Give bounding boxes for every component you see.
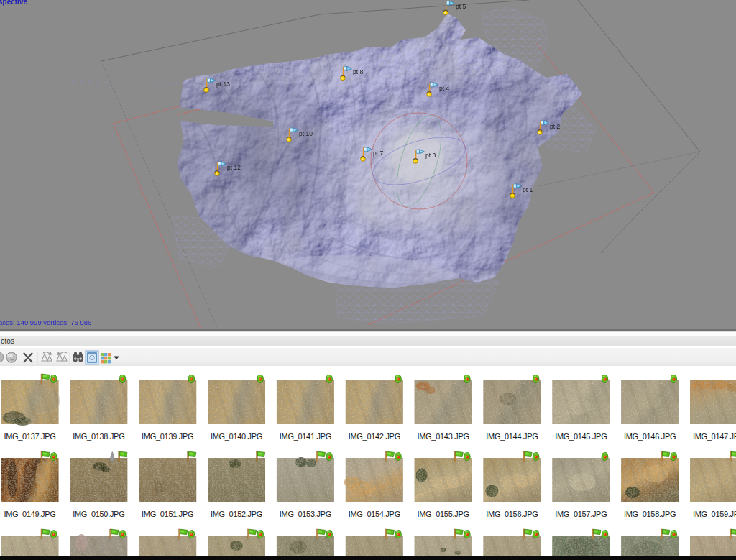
svg-text:pt 5: pt 5 <box>456 3 466 10</box>
svg-text:pt 1: pt 1 <box>523 186 533 193</box>
svg-text:pt 12: pt 12 <box>227 164 241 171</box>
svg-text:pt 13: pt 13 <box>216 81 230 88</box>
svg-text:pt 3: pt 3 <box>426 152 436 159</box>
svg-text:pt 8: pt 8 <box>353 68 363 75</box>
svg-text:pt 7: pt 7 <box>373 150 383 157</box>
svg-text:pt 10: pt 10 <box>299 130 313 137</box>
svg-text:aces: 149 999 vertices: 76 986: aces: 149 999 vertices: 76 986 <box>0 318 91 326</box>
svg-text:spective: spective <box>0 0 27 6</box>
svg-text:pt 4: pt 4 <box>439 85 449 92</box>
svg-text:pt 2: pt 2 <box>550 123 560 130</box>
